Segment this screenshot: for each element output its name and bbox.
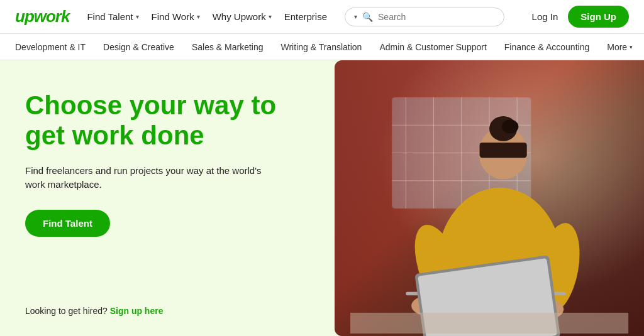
auth-buttons: Log In Sign Up xyxy=(532,6,629,28)
chevron-down-icon: ▾ xyxy=(136,13,139,20)
search-input[interactable] xyxy=(378,12,495,22)
find-talent-nav-link[interactable]: Find Talent ▾ xyxy=(87,11,138,22)
signup-button[interactable]: Sign Up xyxy=(568,6,629,28)
find-work-nav-link[interactable]: Find Work ▾ xyxy=(152,11,200,22)
hero-signup-link[interactable]: Sign up here xyxy=(110,306,164,316)
hero-bottom-static-text: Looking to get hired? xyxy=(25,306,108,316)
secondary-nav-development[interactable]: Development & IT xyxy=(15,42,86,52)
secondary-nav-sales[interactable]: Sales & Marketing xyxy=(192,42,264,52)
top-nav: upwork Find Talent ▾ Find Work ▾ Why Upw… xyxy=(0,0,644,34)
secondary-nav: Development & IT Design & Creative Sales… xyxy=(0,34,644,60)
enterprise-nav-link[interactable]: Enterprise xyxy=(284,11,327,22)
hero-right xyxy=(335,60,644,336)
hero-image xyxy=(335,60,644,336)
svg-rect-21 xyxy=(350,313,628,333)
chevron-down-icon: ▾ xyxy=(197,13,200,20)
hero-subtext: Find freelancers and run projects your w… xyxy=(25,164,264,192)
login-button[interactable]: Log In xyxy=(532,11,558,22)
person-illustration xyxy=(350,88,628,336)
secondary-nav-finance[interactable]: Finance & Accounting xyxy=(504,42,589,52)
chevron-down-icon: ▾ xyxy=(269,13,272,20)
svg-point-11 xyxy=(502,119,519,133)
hero-left: Choose your way to get work done Find fr… xyxy=(0,60,335,336)
secondary-nav-writing[interactable]: Writing & Translation xyxy=(281,42,362,52)
secondary-nav-design[interactable]: Design & Creative xyxy=(103,42,174,52)
hero-section: Choose your way to get work done Find fr… xyxy=(0,60,644,336)
search-icon: 🔍 xyxy=(362,12,373,22)
hero-bottom: Looking to get hired? Sign up here xyxy=(25,296,304,316)
secondary-nav-admin[interactable]: Admin & Customer Support xyxy=(379,42,486,52)
chevron-down-icon: ▾ xyxy=(630,44,633,50)
logo[interactable]: upwork xyxy=(15,7,69,26)
why-upwork-nav-link[interactable]: Why Upwork ▾ xyxy=(213,11,272,22)
search-bar: ▾ 🔍 xyxy=(345,8,504,26)
find-talent-button[interactable]: Find Talent xyxy=(25,210,110,237)
secondary-nav-more[interactable]: More ▾ xyxy=(607,42,633,52)
svg-rect-12 xyxy=(480,143,527,158)
search-dropdown-arrow[interactable]: ▾ xyxy=(354,13,357,20)
hero-heading: Choose your way to get work done xyxy=(25,90,304,151)
top-nav-links: Find Talent ▾ Find Work ▾ Why Upwork ▾ E… xyxy=(87,11,327,22)
